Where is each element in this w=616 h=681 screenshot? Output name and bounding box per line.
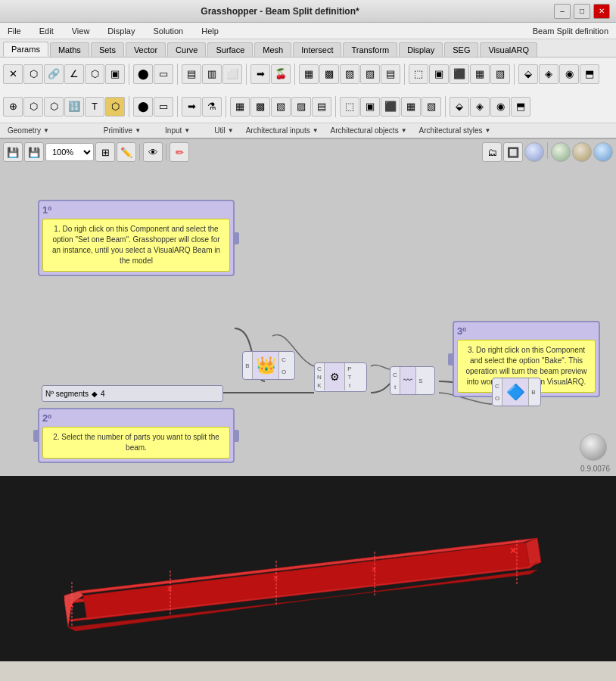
tb2-15[interactable]: ▤ [312, 97, 331, 117]
bake-component-node[interactable]: C O 🔷 B [492, 378, 541, 406]
tb-input-box[interactable]: ⬜ [222, 64, 242, 84]
tb2-1[interactable]: ⊕ [3, 97, 23, 117]
tb2-21[interactable]: ⬙ [450, 97, 469, 117]
menu-display[interactable]: Display [103, 25, 139, 37]
tab-seg[interactable]: SEG [444, 42, 478, 57]
tb2-18[interactable]: ⬛ [381, 97, 400, 117]
tb2-9[interactable]: ➡ [182, 97, 201, 117]
tb2-19[interactable]: ▦ [401, 97, 421, 117]
tb2-17[interactable]: ▣ [360, 97, 380, 117]
tb-prim-2[interactable]: ▭ [154, 64, 173, 84]
sketch-button[interactable]: ✏️ [117, 142, 136, 162]
section-geometry[interactable]: Geometry ▼ [3, 126, 54, 135]
tb-btn-hnum[interactable]: ▣ [105, 64, 125, 84]
tb-util-cherry[interactable]: 🍒 [271, 64, 291, 84]
tb2-14[interactable]: ▨ [291, 97, 311, 117]
tb-btn-num[interactable]: ⬡ [85, 64, 104, 84]
section-arch-objects[interactable]: Architectural objects ▼ [326, 126, 412, 135]
tab-transform[interactable]: Transform [343, 42, 397, 57]
section-arch-inputs[interactable]: Architectural inputs ▼ [241, 126, 323, 135]
tab-vector[interactable]: Vector [126, 42, 166, 57]
tb-arch-in-5[interactable]: ▤ [381, 64, 400, 84]
tb-arch-obj-4[interactable]: ▦ [470, 64, 490, 84]
segments-param[interactable]: Nº segments ◆ 4 [42, 385, 223, 402]
view-button[interactable]: 👁 [143, 142, 163, 162]
tb2-5[interactable]: T [85, 97, 104, 117]
tab-curve[interactable]: Curve [167, 42, 206, 57]
menu-solution[interactable]: Solution [148, 25, 188, 37]
tb2-7[interactable]: ⬤ [133, 97, 153, 117]
save-as-button[interactable]: 💾 [24, 142, 44, 162]
section-util[interactable]: Util ▼ [210, 126, 238, 135]
menu-view[interactable]: View [67, 25, 95, 37]
tb-arch-obj-5[interactable]: ▧ [490, 64, 510, 84]
tb-arch-in-4[interactable]: ▨ [360, 64, 380, 84]
tb2-10[interactable]: ⚗ [202, 97, 222, 117]
close-button[interactable]: ✕ [593, 4, 610, 19]
tb2-6[interactable]: ⬡ [105, 97, 125, 117]
tb2-2[interactable]: ⬡ [23, 97, 43, 117]
tab-display[interactable]: Display [399, 42, 443, 57]
tb2-24[interactable]: ⬒ [511, 97, 530, 117]
tb2-4[interactable]: 🔢 [64, 97, 84, 117]
display-btn3[interactable] [593, 142, 613, 162]
tb2-3[interactable]: ⬡ [44, 97, 64, 117]
minimize-button[interactable]: – [554, 4, 571, 19]
section-input[interactable]: Input ▼ [160, 126, 194, 135]
tb2-16[interactable]: ⬚ [340, 97, 359, 117]
shading-btn[interactable] [524, 142, 544, 162]
split-component-node[interactable]: C N K ⚙ P T t [314, 362, 367, 392]
tb-arch-in-3[interactable]: ▧ [340, 64, 359, 84]
tb-util-arrow[interactable]: ➡ [250, 64, 270, 84]
tb-input-panel[interactable]: ▤ [182, 64, 201, 84]
tb-prim-1[interactable]: ⬤ [133, 64, 153, 84]
tb-arch-sty-1[interactable]: ⬙ [518, 64, 538, 84]
tb2-12[interactable]: ▩ [250, 97, 270, 117]
zoom-extent-button[interactable]: ⊞ [95, 142, 115, 162]
zoom-select[interactable]: 100% 75% 50% 150% [45, 143, 94, 161]
tab-maths[interactable]: Maths [50, 42, 89, 57]
tb-arch-obj-2[interactable]: ▣ [429, 64, 449, 84]
tb2-13[interactable]: ▧ [271, 97, 291, 117]
tb-btn-link[interactable]: 🔗 [44, 64, 64, 84]
tb-arch-sty-2[interactable]: ◈ [539, 64, 558, 84]
tb2-20[interactable]: ▧ [422, 97, 441, 117]
tab-params[interactable]: Params [3, 42, 48, 57]
navigation-sphere[interactable] [580, 434, 607, 461]
draw-button[interactable]: ✏ [170, 142, 189, 162]
tab-visualarq[interactable]: VisualARQ [480, 42, 537, 57]
wire-btn[interactable]: 🔲 [503, 142, 523, 162]
tb-btn-circle[interactable]: ⬡ [23, 64, 43, 84]
menu-help[interactable]: Help [197, 25, 223, 37]
tb2-22[interactable]: ◈ [470, 97, 490, 117]
mesh-btn[interactable]: 🗂 [482, 142, 502, 162]
menu-edit[interactable]: Edit [35, 25, 58, 37]
curve-split-node[interactable]: C t 〰 S [390, 366, 435, 395]
tb2-8[interactable]: ▭ [154, 97, 173, 117]
tb-arch-obj-3[interactable]: ⬛ [450, 64, 469, 84]
tb-btn-angle[interactable]: ∠ [64, 64, 84, 84]
beam-port-right: C O [279, 352, 288, 379]
tab-sets[interactable]: Sets [91, 42, 124, 57]
tb2-11[interactable]: ▦ [230, 97, 250, 117]
tb2-23[interactable]: ◉ [490, 97, 510, 117]
tab-mesh[interactable]: Mesh [254, 42, 291, 57]
maximize-button[interactable]: □ [574, 4, 590, 19]
tb-arch-sty-4[interactable]: ⬒ [580, 64, 599, 84]
tab-intersect[interactable]: Intersect [293, 42, 341, 57]
display-btn1[interactable] [551, 142, 571, 162]
display-btn2[interactable] [572, 142, 592, 162]
menu-file[interactable]: File [3, 25, 26, 37]
tb-arch-obj-1[interactable]: ⬚ [409, 64, 428, 84]
beam-component-node[interactable]: B 👑 C O [242, 351, 295, 380]
tb-input-slider[interactable]: ▥ [202, 64, 222, 84]
save-button[interactable]: 💾 [3, 142, 23, 162]
section-arch-styles[interactable]: Architectural styles ▼ [415, 126, 496, 135]
tb-arch-sty-3[interactable]: ◉ [559, 64, 579, 84]
section-primitive[interactable]: Primitive ▼ [99, 126, 145, 135]
tb-arch-in-1[interactable]: ▦ [299, 64, 319, 84]
tb-arch-in-2[interactable]: ▩ [319, 64, 339, 84]
tb-btn-x[interactable]: ✕ [3, 64, 23, 84]
svg-text:✕: ✕ [371, 565, 377, 574]
tab-surface[interactable]: Surface [207, 42, 253, 57]
